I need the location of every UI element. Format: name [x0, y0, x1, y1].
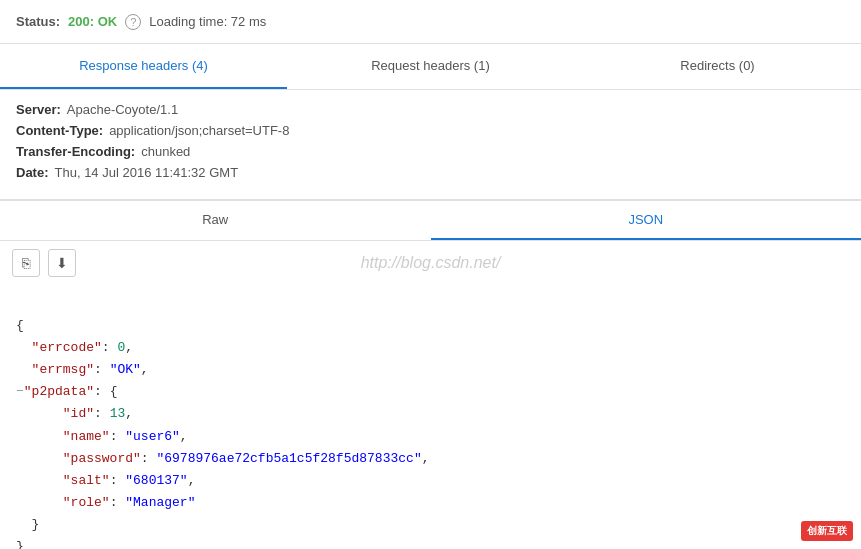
json-open-brace: {: [16, 318, 24, 333]
header-key-date: Date:: [16, 165, 49, 180]
json-value-id: 13: [110, 406, 126, 421]
body-section: Raw JSON ⎘ ⬇ http://blog.csdn.net/ { "er…: [0, 200, 861, 549]
body-toolbar: ⎘ ⬇ http://blog.csdn.net/: [0, 241, 861, 285]
json-key-role: "role": [63, 495, 110, 510]
header-key-server: Server:: [16, 102, 61, 117]
header-value-content-type: application/json;charset=UTF-8: [109, 123, 289, 138]
tab-response-headers[interactable]: Response headers (4): [0, 44, 287, 89]
header-row-content-type: Content-Type: application/json;charset=U…: [16, 123, 845, 138]
json-close-brace: }: [16, 539, 24, 549]
json-value-errmsg: "OK": [110, 362, 141, 377]
json-content: { "errcode": 0, "errmsg": "OK", −"p2pdat…: [0, 285, 861, 549]
watermark: http://blog.csdn.net/: [361, 254, 501, 272]
header-value-date: Thu, 14 Jul 2016 11:41:32 GMT: [55, 165, 239, 180]
json-key-salt: "salt": [63, 473, 110, 488]
header-row-date: Date: Thu, 14 Jul 2016 11:41:32 GMT: [16, 165, 845, 180]
header-row-server: Server: Apache-Coyote/1.1: [16, 102, 845, 117]
json-key-p2pdata: "p2pdata": [24, 384, 94, 399]
tab-redirects[interactable]: Redirects (0): [574, 44, 861, 89]
json-key-password: "password": [63, 451, 141, 466]
json-value-password: "6978976ae72cfb5a1c5f28f5d87833cc": [156, 451, 421, 466]
header-value-server: Apache-Coyote/1.1: [67, 102, 178, 117]
tab-json[interactable]: JSON: [431, 201, 862, 240]
download-icon: ⬇: [56, 255, 68, 271]
header-key-content-type: Content-Type:: [16, 123, 103, 138]
header-row-transfer-encoding: Transfer-Encoding: chunked: [16, 144, 845, 159]
bottom-logo: 创新互联: [801, 521, 853, 541]
tab-request-headers[interactable]: Request headers (1): [287, 44, 574, 89]
status-code: 200: OK: [68, 14, 117, 29]
tab-raw[interactable]: Raw: [0, 201, 431, 240]
json-key-errcode: "errcode": [32, 340, 102, 355]
json-value-salt: "680137": [125, 473, 187, 488]
status-bar: Status: 200: OK ? Loading time: 72 ms: [0, 0, 861, 44]
logo-text: 创新互联: [807, 525, 847, 536]
json-key-errmsg: "errmsg": [32, 362, 94, 377]
loading-time: Loading time: 72 ms: [149, 14, 266, 29]
help-icon[interactable]: ?: [125, 14, 141, 30]
header-tabs: Response headers (4) Request headers (1)…: [0, 44, 861, 90]
copy-icon: ⎘: [22, 255, 30, 271]
json-value-name: "user6": [125, 429, 180, 444]
json-value-role: "Manager": [125, 495, 195, 510]
header-key-transfer-encoding: Transfer-Encoding:: [16, 144, 135, 159]
body-tabs: Raw JSON: [0, 201, 861, 241]
status-label: Status:: [16, 14, 60, 29]
json-collapse-p2pdata[interactable]: −: [16, 384, 24, 399]
json-key-name: "name": [63, 429, 110, 444]
header-value-transfer-encoding: chunked: [141, 144, 190, 159]
download-button[interactable]: ⬇: [48, 249, 76, 277]
json-key-id: "id": [63, 406, 94, 421]
response-headers-content: Server: Apache-Coyote/1.1 Content-Type: …: [0, 90, 861, 200]
copy-button[interactable]: ⎘: [12, 249, 40, 277]
